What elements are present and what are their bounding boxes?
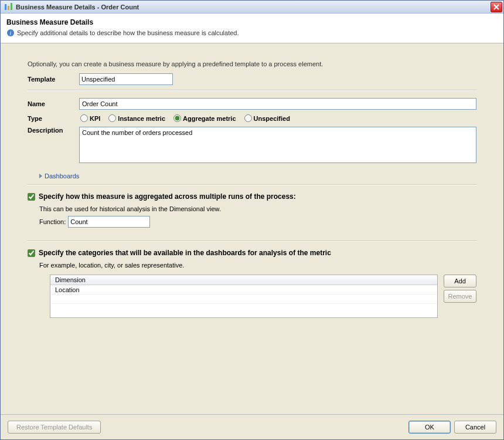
template-hint: Optionally, you can create a business me…	[28, 60, 476, 67]
aggregation-check-row: Specify how this measure is aggregated a…	[28, 192, 476, 201]
name-row: Name	[28, 98, 476, 110]
cancel-button[interactable]: Cancel	[454, 421, 496, 434]
dialog-window: Business Measure Details - Order Count B…	[0, 0, 504, 440]
dialog-subtitle: Specify additional details to describe h…	[17, 29, 239, 36]
remove-button[interactable]: Remove	[444, 290, 476, 303]
dimension-table: Dimension Location	[50, 275, 438, 318]
type-row: Type KPI Instance metric Aggregate metri…	[28, 114, 476, 122]
dialog-footer: Restore Template Defaults OK Cancel	[1, 414, 503, 439]
dialog-title: Business Measure Details	[6, 18, 498, 26]
type-radio-unspecified[interactable]: Unspecified	[244, 114, 290, 122]
template-row: Template Unspecified	[28, 73, 476, 85]
form-panel: Optionally, you can create a business me…	[15, 55, 489, 328]
template-label: Template	[28, 76, 79, 83]
aggregation-section: Specify how this measure is aggregated a…	[28, 192, 476, 228]
dimension-row[interactable]: Location	[50, 285, 437, 295]
titlebar-text: Business Measure Details - Order Count	[16, 4, 491, 11]
svg-rect-0	[5, 4, 6, 10]
close-button[interactable]	[491, 2, 502, 12]
dashboards-label: Dashboards	[45, 172, 79, 180]
svg-rect-2	[11, 3, 12, 10]
function-select[interactable]: Count	[68, 216, 150, 228]
dimension-area: Dimension Location Add Remove	[50, 275, 476, 318]
categories-body: For example, location, city, or sales re…	[39, 262, 476, 269]
dialog-header: Business Measure Details i Specify addit…	[1, 13, 503, 43]
dimension-column-header[interactable]: Dimension	[50, 275, 437, 285]
restore-defaults-button[interactable]: Restore Template Defaults	[8, 421, 101, 434]
divider	[28, 184, 476, 185]
aggregation-hint: This can be used for historical analysis…	[39, 205, 476, 212]
info-icon: i	[6, 29, 15, 37]
aggregation-checkbox[interactable]	[28, 193, 35, 201]
ok-button[interactable]: OK	[408, 421, 451, 434]
dashboards-disclosure[interactable]: Dashboards	[39, 172, 476, 180]
app-icon	[4, 2, 13, 12]
svg-rect-1	[8, 6, 9, 10]
close-icon	[493, 4, 499, 10]
divider	[28, 90, 476, 91]
name-label: Name	[28, 100, 79, 107]
function-row: Function: Count	[39, 216, 476, 228]
svg-text:i: i	[10, 30, 12, 36]
aggregation-body: This can be used for historical analysis…	[39, 205, 476, 228]
dialog-subtitle-row: i Specify additional details to describe…	[6, 29, 498, 37]
name-input[interactable]	[79, 98, 476, 110]
titlebar: Business Measure Details - Order Count	[1, 1, 503, 13]
type-radio-group: KPI Instance metric Aggregate metric Uns…	[79, 114, 290, 122]
type-label: Type	[28, 115, 79, 122]
function-label: Function:	[39, 218, 66, 225]
content-area: Optionally, you can create a business me…	[1, 43, 503, 414]
categories-hint: For example, location, city, or sales re…	[39, 262, 476, 269]
categories-check-row: Specify the categories that will be avai…	[28, 249, 476, 257]
dimension-row-empty[interactable]	[50, 295, 437, 304]
dimension-row-empty[interactable]	[50, 304, 437, 313]
footer-right: OK Cancel	[408, 421, 496, 434]
dimension-buttons: Add Remove	[444, 275, 476, 318]
categories-label: Specify the categories that will be avai…	[39, 249, 331, 257]
chevron-right-icon	[39, 174, 42, 178]
divider	[28, 241, 476, 242]
description-input[interactable]	[79, 127, 476, 163]
categories-checkbox[interactable]	[28, 249, 35, 257]
type-radio-aggregate[interactable]: Aggregate metric	[173, 114, 236, 122]
description-label: Description	[28, 127, 79, 134]
type-radio-kpi[interactable]: KPI	[80, 114, 100, 122]
template-select[interactable]: Unspecified	[79, 73, 173, 85]
aggregation-label: Specify how this measure is aggregated a…	[39, 192, 296, 201]
type-radio-instance[interactable]: Instance metric	[108, 114, 165, 122]
add-button[interactable]: Add	[444, 275, 476, 287]
categories-section: Specify the categories that will be avai…	[28, 249, 476, 318]
description-row: Description	[28, 127, 476, 163]
